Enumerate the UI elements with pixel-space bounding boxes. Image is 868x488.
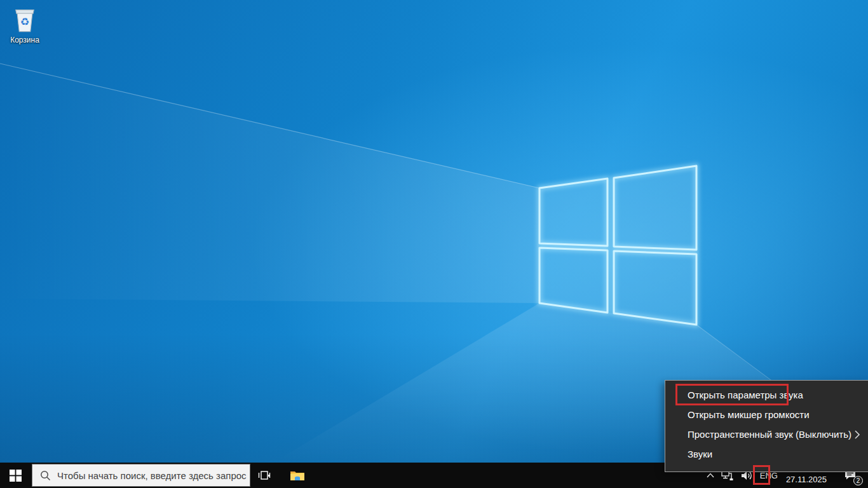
submenu-chevron-right-icon <box>851 429 863 440</box>
file-explorer-icon <box>290 469 305 482</box>
search-placeholder: Чтобы начать поиск, введите здесь запрос <box>57 470 247 481</box>
windows-desktop: ♻ Корзина Открыть параметры звука Открыт… <box>0 0 868 488</box>
task-view-icon <box>258 469 271 482</box>
volume-context-menu: Открыть параметры звука Открыть микшер г… <box>665 380 868 472</box>
notification-badge: 2 <box>853 476 863 485</box>
task-view-button[interactable] <box>252 463 277 488</box>
date-label: 27.11.2025 <box>786 475 827 484</box>
start-button[interactable] <box>0 463 31 488</box>
menu-item-spatial-sound[interactable]: Пространственный звук (Выключить) <box>665 424 868 444</box>
menu-item-open-sound-settings[interactable]: Открыть параметры звука <box>665 385 868 405</box>
recycle-bin[interactable]: ♻ Корзина <box>4 5 46 44</box>
chevron-up-icon <box>706 472 715 478</box>
recycle-bin-label: Корзина <box>10 36 39 44</box>
menu-item-sounds[interactable]: Звуки <box>665 444 868 464</box>
svg-text:♻: ♻ <box>20 16 30 28</box>
file-explorer-button[interactable] <box>285 463 310 488</box>
menu-item-open-volume-mixer[interactable]: Открыть микшер громкости <box>665 405 868 424</box>
recycle-bin-icon: ♻ <box>11 5 39 34</box>
search-icon <box>40 470 51 481</box>
windows-logo-icon <box>10 470 22 482</box>
taskbar-search-input[interactable]: Чтобы начать поиск, введите здесь запрос <box>32 464 250 487</box>
